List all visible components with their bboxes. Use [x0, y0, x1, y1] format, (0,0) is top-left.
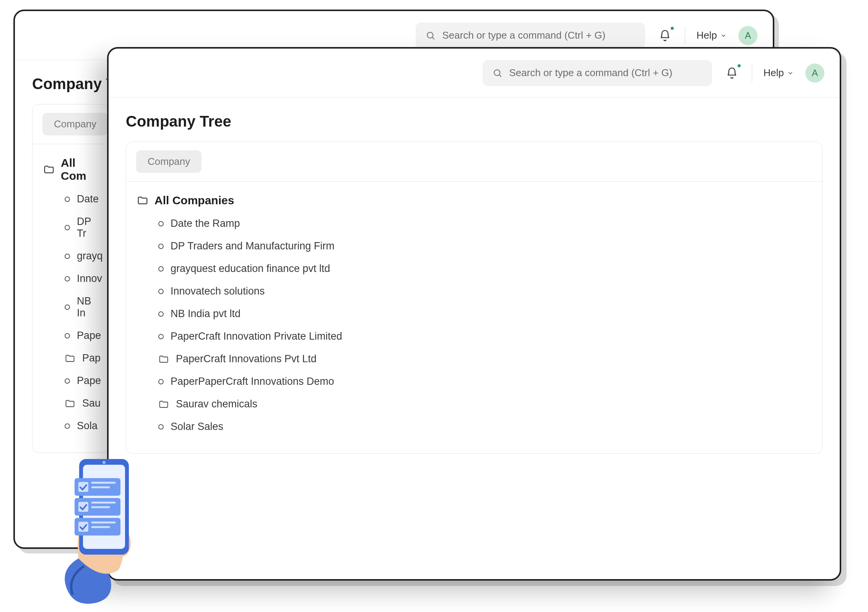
tree-leaf-item[interactable]: Date — [65, 188, 98, 210]
bullet-icon — [158, 379, 164, 384]
tree-leaf-item[interactable]: Solar Sales — [158, 415, 811, 438]
bullet-icon — [158, 424, 164, 430]
tree-leaf-item[interactable]: Innov — [65, 267, 98, 290]
bell-icon — [726, 67, 738, 79]
folder-icon — [158, 354, 169, 365]
divider — [685, 26, 685, 45]
tree-leaf-item[interactable]: DP Tr — [65, 210, 98, 245]
search-placeholder: Search or type a command (Ctrl + G) — [509, 67, 673, 79]
folder-icon — [65, 398, 75, 409]
help-menu[interactable]: Help — [764, 67, 794, 79]
folder-icon — [158, 399, 169, 410]
filter-company-pill[interactable]: Company — [136, 150, 202, 173]
tree-leaf-item[interactable]: Sola — [65, 415, 98, 437]
svg-point-5 — [738, 64, 741, 67]
svg-point-2 — [671, 27, 674, 30]
bullet-icon — [65, 333, 70, 339]
tree-leaf-item[interactable]: NB In — [65, 290, 98, 324]
tree-panel: Company All Companies Date the RampDP Tr… — [126, 142, 822, 454]
tree-leaf-item[interactable]: PaperPaperCraft Innovations Demo — [158, 370, 811, 393]
svg-point-0 — [427, 32, 433, 38]
bell-icon — [659, 29, 671, 42]
tree-panel: Company All Com DateDP TrgrayqInnovNB In… — [32, 104, 109, 453]
top-bar: Search or type a command (Ctrl + G) Help… — [109, 49, 840, 98]
tree-item-label: Date the Ramp — [171, 218, 240, 230]
search-input[interactable]: Search or type a command (Ctrl + G) — [416, 23, 645, 49]
search-placeholder: Search or type a command (Ctrl + G) — [442, 29, 606, 41]
tree-item-label: Saurav chemicals — [176, 398, 257, 410]
panel-header: Company — [33, 104, 108, 144]
tree-item-label: DP Tr — [77, 216, 98, 239]
tree-item-label: Sola — [77, 420, 98, 432]
chevron-down-icon — [787, 70, 794, 76]
tree-item-label: NB In — [77, 295, 98, 319]
tree-leaf-item[interactable]: NB India pvt ltd — [158, 303, 811, 325]
tree-item-label: Innovatech solutions — [171, 285, 265, 297]
tree-folder-item[interactable]: PaperCraft Innovations Pvt Ltd — [158, 348, 811, 370]
folder-open-icon — [43, 164, 55, 175]
bullet-icon — [158, 334, 164, 339]
tree-folder-item[interactable]: Sau — [65, 392, 98, 415]
avatar[interactable]: A — [805, 63, 824, 83]
tree-item-label: PaperCraft Innovations Pvt Ltd — [176, 353, 317, 365]
tree-item-label: Pape — [77, 375, 101, 387]
bullet-icon — [158, 311, 164, 317]
bullet-icon — [65, 225, 70, 230]
svg-line-4 — [499, 75, 501, 76]
tree-leaf-item[interactable]: Date the Ramp — [158, 212, 811, 235]
avatar[interactable]: A — [738, 26, 757, 45]
search-icon — [493, 68, 502, 78]
filter-company-pill[interactable]: Company — [42, 113, 108, 135]
help-label: Help — [764, 67, 784, 79]
bullet-icon — [65, 276, 70, 282]
help-menu[interactable]: Help — [697, 29, 727, 41]
search-icon — [426, 31, 436, 41]
bullet-icon — [158, 289, 164, 294]
search-input[interactable]: Search or type a command (Ctrl + G) — [483, 60, 712, 86]
tree-item-label: Sau — [82, 397, 101, 409]
bullet-icon — [65, 423, 70, 429]
tree-leaf-item[interactable]: DP Traders and Manufacturing Firm — [158, 235, 811, 257]
bullet-icon — [65, 378, 70, 384]
tree-folder-item[interactable]: Pap — [65, 347, 98, 369]
company-tree: All Com DateDP TrgrayqInnovNB InPapePapP… — [33, 144, 108, 452]
tree-leaf-item[interactable]: Innovatech solutions — [158, 280, 811, 303]
page-title: Company Tree — [109, 98, 840, 142]
bullet-icon — [158, 266, 164, 272]
svg-point-3 — [494, 70, 500, 75]
page-title: Company Tree — [15, 60, 107, 104]
foreground-window: Search or type a command (Ctrl + G) Help… — [107, 47, 841, 581]
folder-open-icon — [137, 195, 148, 206]
tree-item-label: PaperCraft Innovation Private Limited — [171, 330, 342, 342]
tree-root-label: All Companies — [154, 194, 234, 207]
tree-item-label: Innov — [77, 273, 102, 285]
tree-root-label: All Com — [61, 156, 98, 182]
tree-leaf-item[interactable]: grayq — [65, 245, 98, 267]
bullet-icon — [158, 221, 164, 226]
tree-leaf-item[interactable]: Pape — [65, 324, 98, 347]
tree-item-label: PaperPaperCraft Innovations Demo — [171, 376, 334, 387]
tree-folder-item[interactable]: Saurav chemicals — [158, 393, 811, 415]
tree-leaf-item[interactable]: Pape — [65, 369, 98, 392]
tree-root[interactable]: All Com — [43, 153, 98, 188]
tree-root[interactable]: All Companies — [137, 191, 811, 212]
tree-leaf-item[interactable]: grayquest education finance pvt ltd — [158, 257, 811, 280]
panel-header: Company — [126, 142, 822, 182]
tree-item-label: Pap — [82, 352, 101, 364]
tree-item-label: NB India pvt ltd — [171, 308, 241, 320]
tree-item-label: Solar Sales — [171, 421, 223, 433]
bullet-icon — [65, 197, 70, 202]
notifications-button[interactable] — [723, 65, 740, 81]
help-label: Help — [697, 29, 717, 41]
tree-leaf-item[interactable]: PaperCraft Innovation Private Limited — [158, 325, 811, 348]
notifications-button[interactable] — [657, 27, 673, 44]
folder-icon — [65, 353, 75, 364]
bullet-icon — [158, 244, 164, 249]
chevron-down-icon — [720, 32, 727, 39]
tree-item-label: DP Traders and Manufacturing Firm — [171, 240, 335, 252]
tree-item-label: grayq — [77, 250, 103, 262]
divider — [752, 64, 752, 82]
tree-item-label: Date — [77, 193, 99, 205]
bullet-icon — [65, 254, 70, 259]
bullet-icon — [65, 304, 70, 310]
